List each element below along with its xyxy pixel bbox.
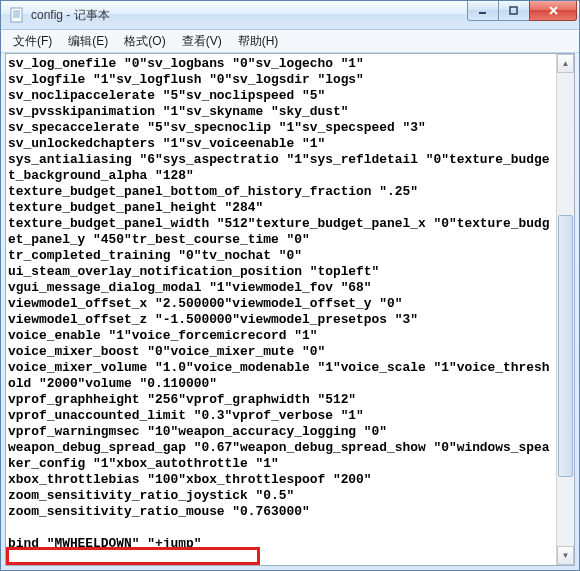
menu-help[interactable]: 帮助(H) [230, 31, 287, 52]
notepad-icon [9, 7, 25, 23]
titlebar[interactable]: config - 记事本 [1, 1, 579, 30]
scroll-track[interactable] [557, 73, 574, 546]
vertical-scrollbar[interactable]: ▲ ▼ [556, 54, 574, 565]
scroll-up-arrow-icon[interactable]: ▲ [557, 54, 574, 73]
scroll-down-arrow-icon[interactable]: ▼ [557, 546, 574, 565]
editor-area: sv_log_onefile "0"sv_logbans "0"sv_logec… [5, 53, 575, 566]
window-title: config - 记事本 [31, 7, 468, 24]
maximize-button[interactable] [498, 1, 530, 21]
window-controls [468, 1, 577, 29]
menubar: 文件(F) 编辑(E) 格式(O) 查看(V) 帮助(H) [1, 30, 579, 53]
menu-file[interactable]: 文件(F) [5, 31, 60, 52]
svg-rect-6 [510, 7, 517, 14]
menu-format[interactable]: 格式(O) [116, 31, 173, 52]
close-button[interactable] [529, 1, 577, 21]
notepad-window: config - 记事本 文件(F) 编辑(E) 格式(O) 查看(V) 帮助(… [0, 0, 580, 571]
menu-view[interactable]: 查看(V) [174, 31, 230, 52]
minimize-button[interactable] [467, 1, 499, 21]
menu-edit[interactable]: 编辑(E) [60, 31, 116, 52]
scroll-thumb[interactable] [558, 215, 573, 477]
editor-text[interactable]: sv_log_onefile "0"sv_logbans "0"sv_logec… [6, 54, 574, 565]
